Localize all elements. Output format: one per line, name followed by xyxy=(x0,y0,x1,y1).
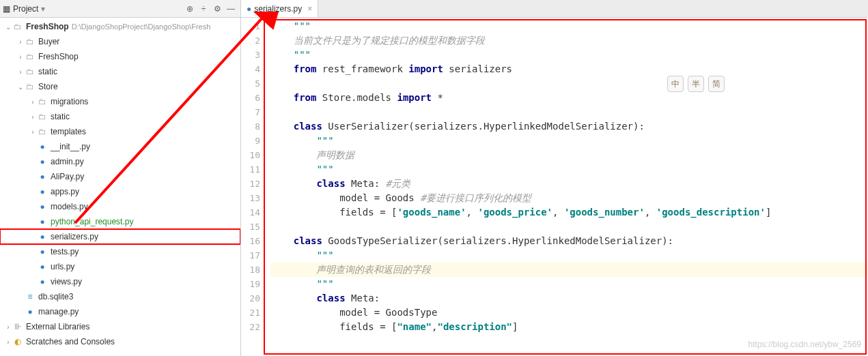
line-number: 18 xyxy=(242,263,260,277)
tree-row[interactable]: ●AliPay.py xyxy=(0,169,240,184)
project-sidebar: ▦ Project ▾ ⊕ ÷ ⚙ — ⌄🗀FreshShop D:\Djang… xyxy=(0,0,241,356)
tree-path: D:\DjangoShopProject\DjangoShop\Fresh xyxy=(72,23,211,31)
line-number: 13 xyxy=(242,191,260,205)
py-icon: ● xyxy=(37,261,48,272)
ime-2[interactable]: 半 xyxy=(688,76,704,92)
py-green-icon: ● xyxy=(37,216,48,227)
tree-label: static xyxy=(38,67,57,76)
code-line[interactable]: 声明数据 xyxy=(270,148,868,162)
tree-row[interactable]: ●manage.py xyxy=(0,304,240,319)
tree-label: FreshShop xyxy=(26,22,69,31)
code-line[interactable]: class UserSerializer(serializers.Hyperli… xyxy=(270,119,868,134)
tree-label: views.py xyxy=(51,277,82,286)
code-line[interactable]: class Meta: #元类 xyxy=(270,177,868,191)
expand-icon[interactable]: › xyxy=(4,323,12,331)
line-number: 16 xyxy=(242,234,260,248)
ime-indicator[interactable]: 中 半 简 xyxy=(667,76,725,92)
tree-row[interactable]: ›◐Scratches and Consoles xyxy=(0,334,240,349)
close-tab-icon[interactable]: × xyxy=(307,4,312,14)
code-line[interactable]: """ xyxy=(270,134,868,148)
code-line[interactable]: """ xyxy=(270,162,868,177)
folder-icon: 🗀 xyxy=(12,21,23,32)
split-icon[interactable]: ÷ xyxy=(197,4,210,14)
tree-row[interactable]: ≡db.sqlite3 xyxy=(0,289,240,304)
tree-row[interactable]: ●python_api_request.py xyxy=(0,214,240,229)
line-number: 20 xyxy=(242,291,260,306)
expand-icon[interactable]: › xyxy=(29,113,37,121)
tree-row[interactable]: ›⊪External Libraries xyxy=(0,319,240,334)
code-line[interactable]: from Store.models import * xyxy=(270,91,868,105)
code-line[interactable]: 声明查询的表和返回的字段 xyxy=(270,263,868,277)
code-viewport[interactable]: """ 当前文件只是为了规定接口的模型和数据字段 """ from rest_f… xyxy=(265,18,868,356)
python-file-icon: ● xyxy=(247,4,251,14)
line-number: 7 xyxy=(242,105,260,119)
code-line[interactable]: model = Goods #要进行接口序列化的模型 xyxy=(270,191,868,205)
code-line[interactable]: """ xyxy=(270,248,868,263)
expand-icon[interactable]: › xyxy=(16,53,25,61)
tree-label: apps.py xyxy=(51,187,79,196)
code-line[interactable] xyxy=(270,105,868,119)
expand-icon[interactable]: › xyxy=(16,38,25,46)
code-line[interactable]: from rest_framework import serializers xyxy=(270,62,868,76)
tree-label: urls.py xyxy=(51,262,74,271)
expand-icon[interactable]: › xyxy=(16,68,25,76)
tree-row[interactable]: ›🗀templates xyxy=(0,124,240,139)
tree-row[interactable]: ●models.py xyxy=(0,199,240,214)
tree-row[interactable]: ●urls.py xyxy=(0,259,240,274)
expand-icon[interactable]: ⌄ xyxy=(4,23,12,31)
ime-3[interactable]: 简 xyxy=(708,76,725,92)
code-line[interactable]: 当前文件只是为了规定接口的模型和数据字段 xyxy=(270,33,868,48)
tree-row[interactable]: ›🗀migrations xyxy=(0,94,240,109)
tree-row[interactable]: ›🗀FreshShop xyxy=(0,49,240,64)
code-line[interactable]: """ xyxy=(270,48,868,62)
tab-serializers[interactable]: ● serializers.py × xyxy=(241,0,318,17)
py-icon: ● xyxy=(37,141,48,152)
expand-icon[interactable]: › xyxy=(29,98,37,106)
tree-row[interactable]: ●tests.py xyxy=(0,244,240,259)
tab-filename: serializers.py xyxy=(254,4,302,14)
code-line[interactable]: model = GoodsType xyxy=(270,306,868,320)
tree-label: FreshShop xyxy=(38,52,79,61)
py-icon: ● xyxy=(25,306,36,317)
code-line[interactable] xyxy=(270,220,868,234)
line-number: 1 xyxy=(242,19,260,33)
code-line[interactable]: fields = ["name","description"] xyxy=(270,320,868,334)
line-number: 22 xyxy=(242,320,260,334)
tree-row[interactable]: ●apps.py xyxy=(0,184,240,199)
tree-label: models.py xyxy=(51,202,88,211)
tree-label: db.sqlite3 xyxy=(38,292,73,301)
project-tree[interactable]: ⌄🗀FreshShop D:\DjangoShopProject\DjangoS… xyxy=(0,18,240,356)
gear-icon[interactable]: ⚙ xyxy=(210,4,224,14)
code-line[interactable]: """ xyxy=(270,277,868,291)
code-line[interactable]: fields = ['goods_name', 'goods_price', '… xyxy=(270,205,868,220)
line-number: 9 xyxy=(242,134,260,148)
code-line[interactable]: class Meta: xyxy=(270,291,868,306)
line-number: 3 xyxy=(242,48,260,62)
tree-label: tests.py xyxy=(51,247,79,256)
expand-icon[interactable]: › xyxy=(29,128,37,136)
ime-1[interactable]: 中 xyxy=(667,76,684,92)
tree-row[interactable]: ⌄🗀FreshShop D:\DjangoShopProject\DjangoS… xyxy=(0,19,240,34)
tree-row[interactable]: ⌄🗀Store xyxy=(0,79,240,94)
tree-row[interactable]: ›🗀Buyer xyxy=(0,34,240,49)
tree-label: AliPay.py xyxy=(51,172,84,181)
tree-row[interactable]: ●serializers.py xyxy=(0,229,240,244)
code-line[interactable] xyxy=(270,76,868,91)
tree-row[interactable]: ●views.py xyxy=(0,274,240,289)
code-line[interactable]: """ xyxy=(270,19,868,33)
tree-row[interactable]: ●__init__.py xyxy=(0,139,240,154)
target-icon[interactable]: ⊕ xyxy=(183,4,197,14)
project-tool-icon: ▦ xyxy=(3,4,10,14)
expand-icon[interactable]: ⌄ xyxy=(16,83,25,91)
tree-label: admin.py xyxy=(51,157,84,166)
tree-row[interactable]: ›🗀static xyxy=(0,109,240,124)
tree-row[interactable]: ›🗀static xyxy=(0,64,240,79)
expand-icon[interactable]: › xyxy=(4,338,12,346)
gutter: 12345678910111213141516171819202122 xyxy=(241,18,265,356)
code-line[interactable]: class GoodsTypeSerializer(serializers.Hy… xyxy=(270,234,868,248)
line-number: 21 xyxy=(242,306,260,320)
tree-row[interactable]: ●admin.py xyxy=(0,154,240,169)
project-dropdown-icon[interactable]: ▾ xyxy=(41,4,45,14)
hide-icon[interactable]: — xyxy=(224,4,238,14)
folder-icon: 🗀 xyxy=(37,111,48,122)
